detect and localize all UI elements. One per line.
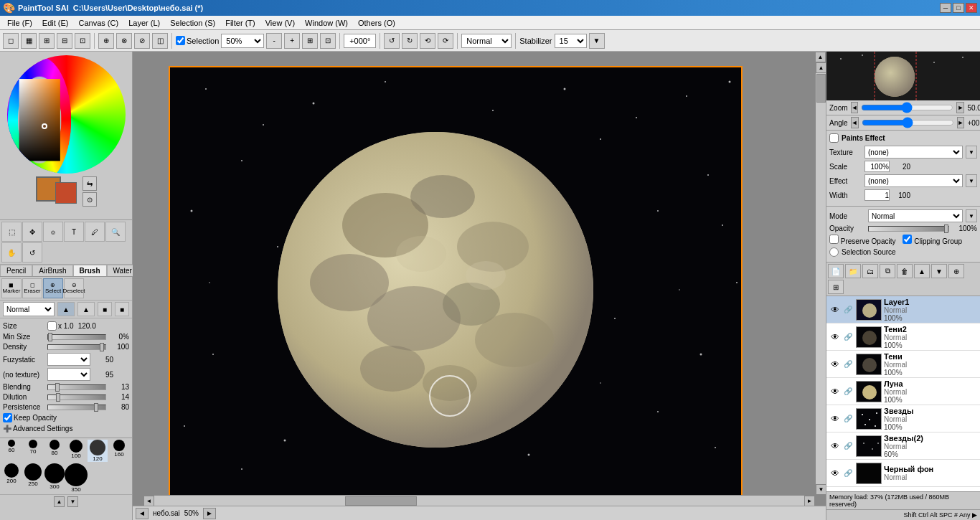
size-checkbox[interactable] [47,321,57,331]
effect-select-arrow[interactable]: ▼ [966,174,977,187]
rot-btn-2[interactable]: ↻ [402,33,418,49]
mode-select-arrow[interactable]: ▼ [966,209,977,222]
canvas-vscroll[interactable]: ▲ ▼ [815,62,826,495]
brush-preset-200[interactable]: 200 [1,463,22,493]
hscroll-right-btn[interactable]: ► [804,496,815,506]
layer-up-btn[interactable]: ▲ [914,264,930,278]
zoom-out-btn[interactable]: - [266,33,282,49]
tool-btn-nav2[interactable]: ⊗ [116,33,132,49]
tool-btn-nav4[interactable]: ◫ [152,33,168,49]
menu-filter[interactable]: Filter (T) [221,17,260,29]
hscroll-thumb[interactable] [345,496,417,506]
brush-shape-4[interactable]: ■ [115,302,129,316]
minsize-slider[interactable] [47,334,106,340]
zoom-actual-btn[interactable]: ⊡ [320,33,336,49]
canvas-next-btn[interactable]: ► [203,508,216,519]
tool-btn-nav3[interactable]: ⊘ [134,33,150,49]
select-brush-tool[interactable]: ⊕ Select [43,278,63,298]
layer-item-chernyfon[interactable]: 👁 🔗 Черный фон Normal [826,460,980,487]
secondary-color-swatch[interactable] [55,182,77,204]
copy-layer-btn[interactable]: ⧉ [880,264,895,278]
layer-item-layer1[interactable]: 👁 🔗 Layer1 Normal 100% [826,296,980,323]
menu-edit[interactable]: Edit (E) [38,17,73,29]
brush-preset-160[interactable]: 160 [109,440,129,462]
eraser-tool[interactable]: ◻ Eraser [22,278,42,298]
brush-preset-300[interactable]: 300 [44,463,65,493]
delete-layer-btn[interactable]: 🗑 [897,264,913,278]
left-scroll-down[interactable]: ▼ [67,496,78,507]
close-button[interactable]: ✕ [966,3,977,13]
canvas-scroll-up[interactable]: ▲ [815,52,826,62]
brush-preset-100[interactable]: 100 [66,440,86,462]
width-input[interactable] [864,189,890,201]
tab-pencil[interactable]: Pencil [0,265,32,276]
layer-eye-layer1[interactable]: 👁 [828,303,842,317]
layer-item-zvezdy2[interactable]: 👁 🔗 Звезды(2) Normal 60% [826,432,980,460]
new-folder-btn[interactable]: 📁 [845,264,861,278]
zoom-in-btn[interactable]: + [284,33,300,49]
layer-link-zvezdy[interactable]: 🔗 [842,412,854,426]
angle-slider[interactable] [862,120,954,126]
layer-item-luna[interactable]: 👁 🔗 Луна Normal 100% [826,378,980,405]
new-layer-btn[interactable]: 📄 [828,264,844,278]
opacity-slider[interactable] [868,226,949,232]
zoom-inc-btn[interactable]: ► [956,102,964,113]
vscroll-thumb[interactable] [816,74,826,103]
canvas-content[interactable] [169,66,743,495]
density-slider[interactable] [47,344,106,350]
move-tool[interactable]: ✥ [22,222,42,242]
canvas-prev-btn[interactable]: ◄ [136,508,149,519]
persistence-slider[interactable] [47,405,106,410]
selection-source-radio[interactable] [829,247,839,257]
stabilizer-select[interactable]: 15 0 5 10 [555,34,587,48]
zoom-tool[interactable]: 🔍 [105,222,126,242]
deselect-brush-tool[interactable]: ⊖ Deselect [64,278,84,298]
brush-preset-70[interactable]: 70 [23,440,43,462]
layer-down-btn[interactable]: ▼ [931,264,947,278]
left-scroll-up[interactable]: ▲ [54,496,65,507]
rotation-input[interactable] [344,34,376,48]
tool-btn-4[interactable]: ⊟ [57,33,72,49]
menu-selection[interactable]: Selection (S) [166,17,220,29]
layer-eye-zvezdy[interactable]: 👁 [828,412,842,426]
rotate-tool[interactable]: ↺ [22,242,42,263]
menu-layer[interactable]: Layer (L) [124,17,164,29]
zoom-fit-btn[interactable]: ⊞ [302,33,318,49]
layer-eye-zvezdy2[interactable]: 👁 [828,439,842,453]
reset-colors-btn[interactable]: ⊙ [83,192,97,207]
scale-input[interactable] [864,161,890,172]
zoom-dec-btn[interactable]: ◄ [851,102,859,113]
keep-opacity-checkbox[interactable] [3,413,12,422]
layer-item-teni2[interactable]: 👁 🔗 Тени2 Normal 100% [826,323,980,351]
angle-inc-btn[interactable]: ► [957,117,965,128]
hand-tool[interactable]: ✋ [1,242,22,263]
brush-shape-1[interactable]: ▲ [57,302,75,316]
blend-mode-select[interactable]: Normal Multiply Screen [461,34,512,48]
rot-btn-3[interactable]: ⟲ [420,33,435,49]
color-wheel-container[interactable] [7,55,126,174]
brush-preset-80[interactable]: 80 [44,440,65,462]
canvas-wrapper[interactable] [133,52,815,495]
brush-mode-select[interactable]: Normal Multiply Screen [3,302,55,316]
layer-link-layer1[interactable]: 🔗 [842,303,854,317]
zoom-select[interactable]: 50% 25% 100% [221,34,264,48]
texture-select-right[interactable]: (none) [864,146,963,159]
clipping-group-checkbox[interactable] [903,235,912,244]
canvas-main[interactable]: ▲ [133,52,826,506]
layer-eye-luna[interactable]: 👁 [828,384,842,399]
dilution-slider[interactable] [47,394,106,400]
stabilizer-expand[interactable]: ▼ [589,33,605,49]
vscroll-up-btn[interactable]: ▲ [816,62,826,73]
brush-shape-3[interactable]: ■ [98,302,112,316]
brush-preset-350[interactable]: 350 [66,463,86,493]
merge-all-btn[interactable]: ⊞ [828,280,844,294]
select-tool[interactable]: ⬚ [1,222,22,242]
rot-btn-1[interactable]: ↺ [384,33,400,49]
brush-preset-120[interactable]: 120 [88,440,108,462]
texture-select-arrow[interactable]: ▼ [966,146,977,159]
vscroll-down-btn[interactable]: ▼ [816,484,826,495]
layer-link-zvezdy2[interactable]: 🔗 [842,439,854,453]
angle-dec-btn[interactable]: ◄ [851,117,859,128]
menu-view[interactable]: View (V) [261,17,299,29]
tab-airbrush[interactable]: AirBrush [32,265,72,276]
